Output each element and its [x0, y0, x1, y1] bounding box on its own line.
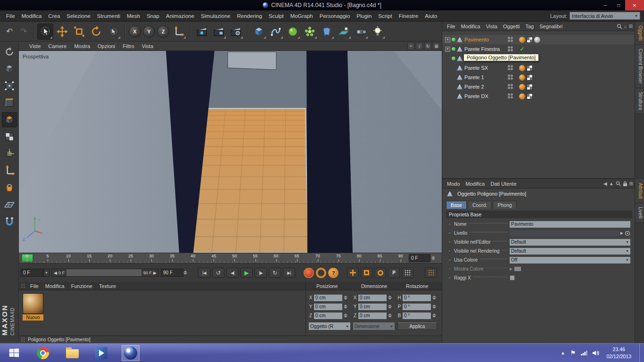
goto-end-button[interactable]: ▶| [283, 268, 295, 278]
object-row[interactable]: + Parete DX [442, 91, 635, 101]
anim-dot-icon[interactable] [448, 231, 451, 235]
frame-spinner[interactable] [431, 255, 436, 262]
texture-mode-button[interactable] [2, 129, 17, 144]
menu-item[interactable]: Snap [143, 12, 163, 20]
visibility-toggles[interactable] [508, 46, 515, 52]
record-keyframe-button[interactable] [304, 268, 314, 278]
dock-tab[interactable]: Struttura [635, 88, 644, 114]
section-header[interactable]: Proprietà Base [446, 211, 632, 218]
object-row[interactable]: + Parete SX [442, 63, 635, 73]
media-app-taskbar-button[interactable] [92, 345, 110, 361]
material-preview-ball[interactable] [23, 293, 43, 314]
viewport-menu-item[interactable]: Filtro [119, 42, 138, 50]
anim-dot-icon[interactable] [448, 258, 451, 262]
volume-icon[interactable] [593, 350, 599, 356]
object-name[interactable]: Parete SX [464, 65, 508, 71]
object-row[interactable]: + Parete 2 [442, 82, 635, 91]
menu-item[interactable]: Plugin [353, 12, 375, 20]
position-y-spinner[interactable] [344, 303, 348, 310]
coordinate-system-toggle[interactable] [171, 24, 187, 40]
play-backwards-button[interactable]: ↺ [212, 268, 224, 278]
materials-menu-item[interactable]: Texture [96, 282, 119, 290]
menu-item[interactable]: Simulazione [198, 12, 234, 20]
keyframe-selection-button[interactable]: ? [328, 268, 339, 278]
anim-dot-icon[interactable] [448, 222, 451, 226]
show-desktop-button[interactable] [639, 344, 642, 362]
visibility-toggles[interactable] [508, 37, 515, 42]
history-back-icon[interactable]: ◀ [603, 181, 607, 186]
browser-mode-icon[interactable]: ⊞ [629, 24, 633, 29]
om-menu-item[interactable]: Oggetti [500, 23, 522, 30]
material-item[interactable]: Nuovo [23, 293, 44, 321]
attribute-tab[interactable]: Phong [493, 201, 516, 209]
rotation-h-spinner[interactable] [432, 294, 437, 301]
dimension-y-spinner[interactable] [388, 303, 392, 310]
viewport-maximize-icon[interactable]: ⊞ [433, 42, 440, 49]
close-button[interactable]: ✕ [625, 0, 644, 10]
check-tag-icon[interactable]: ✓ [519, 46, 525, 52]
om-menu-item[interactable]: Segnalibri [537, 23, 565, 30]
add-environment-button[interactable] [336, 24, 352, 40]
add-spline-button[interactable] [268, 24, 284, 40]
name-input[interactable]: Pavimento [510, 221, 630, 228]
use-color-dropdown[interactable]: Off▼ [510, 257, 630, 263]
position-z-spinner[interactable] [344, 312, 348, 319]
render-view-button[interactable] [194, 24, 210, 40]
animation-options-button[interactable] [425, 268, 437, 278]
rotation-b-spinner[interactable] [432, 312, 437, 319]
new-panel-icon[interactable]: ⊞ [629, 181, 633, 186]
viewport-zoom-icon[interactable]: ↕ [416, 42, 423, 49]
previous-frame-button[interactable]: ◀| [226, 268, 239, 278]
goto-start-button[interactable]: |◀ [198, 268, 210, 278]
uvw-tag-icon[interactable] [527, 84, 533, 90]
am-menu-item[interactable]: Dati Utente [488, 180, 520, 188]
expander-icon[interactable]: + [445, 37, 450, 42]
menu-item[interactable]: Aiuto [421, 12, 440, 20]
materials-menu-item[interactable]: Modifica [42, 282, 68, 290]
next-frame-button[interactable]: |▶ [255, 268, 267, 278]
make-editable-button[interactable] [2, 44, 17, 59]
object-row[interactable]: + Pavimento [442, 35, 635, 44]
object-name[interactable]: Pavimento [464, 37, 508, 42]
render-settings-button[interactable] [228, 24, 244, 40]
enabled-dot-icon[interactable] [452, 38, 455, 41]
object-row[interactable]: + Parete 1 [442, 73, 635, 82]
visible-render-dropdown[interactable]: Default▼ [510, 248, 630, 255]
edges-mode-button[interactable] [2, 95, 17, 110]
viewport-rotate-icon[interactable]: ↻ [424, 42, 431, 49]
redo-button[interactable]: ↷ [17, 24, 30, 40]
visibility-toggles[interactable] [508, 84, 515, 90]
uvw-tag-icon[interactable] [527, 93, 533, 99]
om-menu-item[interactable]: Modifica [458, 23, 483, 30]
dock-tab[interactable]: Attributi [635, 179, 644, 203]
cinema4d-taskbar-button[interactable] [122, 345, 140, 361]
menu-item[interactable]: Finestre [396, 12, 422, 20]
scale-tool[interactable] [71, 24, 87, 40]
position-x-spinner[interactable] [344, 294, 348, 301]
live-selection-tool[interactable] [37, 24, 53, 40]
position-z-input[interactable]: 0 cm [314, 313, 342, 319]
enabled-dot-icon[interactable] [452, 57, 455, 60]
am-menu-item[interactable]: Modifica [463, 180, 488, 188]
add-generator-button[interactable] [285, 24, 301, 40]
viewport-menu-item[interactable]: Camere [44, 42, 70, 50]
start-button[interactable] [5, 345, 23, 361]
layout-dropdown[interactable]: Interfaccia di Avvio ▼ [570, 12, 640, 20]
key-pla-toggle[interactable] [402, 268, 413, 278]
menu-item[interactable]: Strumenti [94, 12, 124, 20]
last-tool-dropdown[interactable] [105, 24, 121, 40]
position-x-input[interactable]: 0 cm [314, 295, 342, 301]
add-camera-button[interactable] [353, 24, 369, 40]
network-icon[interactable] [581, 350, 587, 355]
uvw-tag-icon[interactable] [527, 37, 533, 43]
anim-dot-icon[interactable] [448, 249, 451, 253]
maximize-button[interactable]: □ [612, 0, 625, 10]
chrome-taskbar-button[interactable] [34, 345, 52, 361]
dimension-y-input[interactable]: 0 cm [358, 304, 387, 310]
key-parameter-toggle[interactable]: P [388, 268, 400, 278]
dimension-x-spinner[interactable] [388, 294, 392, 301]
range-track[interactable] [66, 269, 141, 276]
om-menu-item[interactable]: File [444, 23, 458, 30]
rotation-b-input[interactable]: 0 ° [403, 313, 431, 319]
viewport-menu-item[interactable]: Opzioni [94, 42, 119, 50]
